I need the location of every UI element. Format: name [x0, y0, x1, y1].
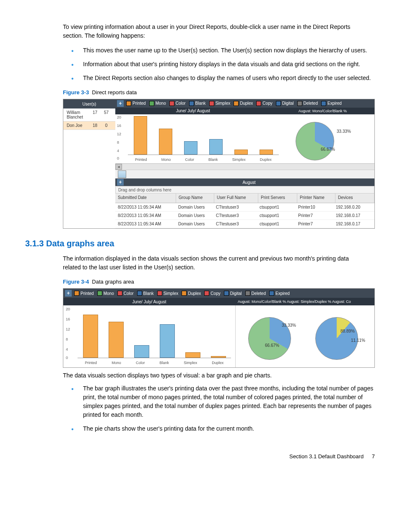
list-item: The bar graph illustrates the user's pri…: [71, 384, 375, 419]
footer-section: Section 3.1 Default Dashboard: [289, 453, 364, 460]
bar: [160, 324, 175, 358]
x-tick: Printed: [85, 361, 97, 365]
list-item: This moves the user name up to the User(…: [71, 46, 375, 55]
x-tick: Blank: [160, 361, 169, 365]
list-item: Information about that user's printing h…: [71, 60, 375, 69]
table-row[interactable]: William Blanchet 17 57: [63, 108, 115, 121]
bar: [234, 150, 248, 155]
legend-bar: + Printed Mono Color Blank Simplex Duple…: [63, 289, 374, 298]
legend-item: Deleted: [245, 291, 266, 296]
col-header[interactable]: Submitted Date: [115, 194, 176, 203]
add-icon[interactable]: +: [117, 100, 124, 107]
bar: [184, 141, 197, 155]
section-text: The information displayed in the data vi…: [63, 254, 362, 272]
legend-item: Printed: [74, 291, 94, 296]
x-tick: Color: [185, 158, 194, 162]
bar: [209, 139, 223, 155]
legend-item: Simplex: [209, 101, 231, 106]
pie-label: 33.33%: [337, 129, 351, 134]
add-icon[interactable]: +: [65, 290, 72, 297]
list-item: The pie charts show the user's printing …: [71, 424, 375, 433]
users-header: User(s): [63, 99, 115, 108]
figure-3-4: + Printed Mono Color Blank Simplex Duple…: [63, 288, 375, 368]
table-row[interactable]: 8/22/2013 11:05:34 AM Domain Users CTtes…: [115, 212, 374, 220]
intro-paragraph: To view printing information about a use…: [63, 23, 362, 40]
grid-icon[interactable]: [118, 170, 126, 178]
bar: [134, 345, 149, 358]
user-col-b: 0: [101, 123, 112, 128]
page-footer: Section 3.1 Default Dashboard 7: [25, 453, 375, 460]
grid-toggle-bar: [115, 170, 374, 178]
legend-item: Duplex: [182, 291, 201, 296]
figure-3-3-caption: Figure 3-3 Direct reports data: [63, 89, 375, 96]
drag-drop-hint[interactable]: Drag and drop columns here: [115, 186, 374, 194]
data-panel: + Printed Mono Color Blank Simplex Duple…: [115, 99, 374, 228]
chart-zone: 20 16 12 8 4 0 Printed Mono Color Blank …: [63, 305, 374, 367]
intro-bullet-list: This moves the user name up to the User(…: [71, 46, 375, 83]
y-tick: 0: [66, 356, 68, 360]
x-tick: Blank: [208, 158, 218, 162]
user-col-a: 17: [89, 110, 101, 119]
y-tick: 8: [117, 140, 119, 145]
y-tick: 0: [117, 156, 119, 160]
bar: [211, 356, 226, 358]
footer-page-number: 7: [372, 453, 375, 460]
section-heading: 3.1.3 Data graphs area: [25, 239, 375, 248]
col-header[interactable]: Devices: [335, 194, 374, 203]
scrollbar[interactable]: ◄: [115, 163, 374, 170]
add-icon[interactable]: +: [117, 179, 124, 186]
grid-column-headers: Submitted Date Group Name User Full Name…: [115, 194, 374, 203]
legend-item: Expired: [269, 291, 290, 296]
legend-item: Blank: [137, 291, 154, 296]
user-col-b: 57: [101, 110, 112, 119]
pie-label: 33.33%: [282, 323, 296, 328]
legend-item: Blank: [189, 101, 206, 106]
y-tick: 20: [117, 115, 121, 119]
legend-item: Duplex: [234, 101, 253, 106]
col-header[interactable]: User Full Name: [214, 194, 258, 203]
bar: [83, 315, 98, 358]
pie-label: 11.11%: [351, 338, 365, 343]
legend-item: Digital: [276, 101, 294, 106]
after-figure-text: The data visuals section displays two ty…: [63, 371, 375, 380]
y-tick: 20: [66, 307, 70, 311]
legend-bar: + Printed Mono Color Blank Simplex Duple…: [115, 99, 374, 108]
after-bullet-list: The bar graph illustrates the user's pri…: [71, 384, 375, 433]
legend-item: Color: [117, 291, 134, 296]
col-header[interactable]: Printer Name: [297, 194, 335, 203]
bar: [260, 150, 273, 155]
legend-item: Simplex: [157, 291, 179, 296]
pie-label: 88.89%: [340, 329, 355, 333]
y-tick: 16: [66, 317, 70, 321]
y-tick: 4: [66, 347, 68, 351]
grid-period-label: August: [124, 180, 374, 185]
legend-item: Copy: [204, 291, 220, 296]
figure-label: Figure 3-3: [63, 89, 89, 96]
x-tick: Simplex: [184, 361, 197, 365]
y-tick: 4: [117, 149, 119, 153]
bar: [185, 352, 200, 358]
table-row[interactable]: 8/22/2013 11:05:34 AM Domain Users CTtes…: [115, 203, 374, 212]
bar: [134, 116, 147, 155]
legend-item: Expired: [321, 101, 342, 106]
grid-body: 8/22/2013 11:05:34 AM Domain Users CTtes…: [115, 203, 374, 228]
legend-item: Digital: [224, 291, 242, 296]
pie-chart: [296, 122, 334, 160]
table-row[interactable]: 8/22/2013 11:05:34 AM Domain Users CTtes…: [115, 220, 374, 228]
list-item: The Direct Reports section also changes …: [71, 74, 375, 83]
user-name: William Blanchet: [67, 110, 89, 119]
bar: [109, 322, 124, 358]
legend-item: Mono: [149, 101, 166, 106]
y-tick: 12: [117, 132, 121, 136]
users-panel: User(s) William Blanchet 17 57 Don Joe 1…: [63, 99, 115, 228]
scroll-left-icon[interactable]: ◄: [115, 164, 122, 170]
col-header[interactable]: Group Name: [176, 194, 214, 203]
x-tick: Mono: [112, 361, 121, 365]
legend-item: Mono: [97, 291, 114, 296]
col-header[interactable]: Print Servers: [258, 194, 297, 203]
table-row[interactable]: Don Joe 18 0: [63, 121, 115, 130]
figure-title: Data graphs area: [92, 279, 134, 285]
y-tick: 12: [66, 327, 70, 331]
x-tick: Duplex: [212, 361, 223, 365]
x-tick: Color: [136, 361, 145, 365]
